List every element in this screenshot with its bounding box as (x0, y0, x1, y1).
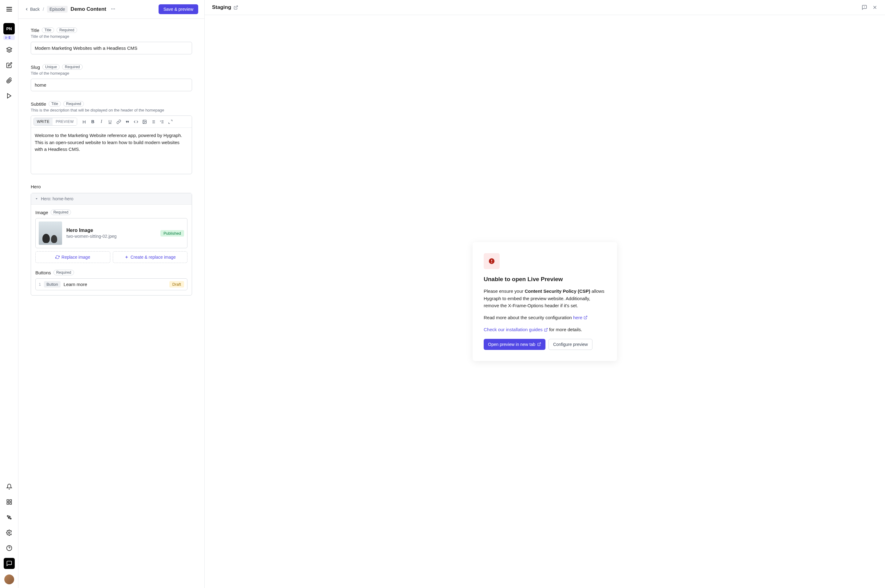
row-index: 1 (39, 282, 41, 286)
paperclip-icon (6, 77, 12, 84)
svg-marker-6 (8, 94, 11, 98)
row-type-chip: Button (44, 281, 60, 288)
field-description: This is the description that will be dis… (31, 108, 192, 112)
replace-image-button[interactable]: Replace image (35, 251, 110, 263)
svg-rect-9 (9, 502, 11, 504)
preview-env-title[interactable]: Staging (212, 4, 238, 10)
field-slug: Slug Unique Required Title of the homepa… (31, 64, 192, 91)
caret-down-icon (35, 197, 38, 201)
svg-point-3 (6, 37, 6, 38)
field-label: Title (31, 28, 39, 33)
open-preview-new-tab-button[interactable]: Open preview in new tab (484, 339, 546, 350)
create-replace-image-button[interactable]: Create & replace image (113, 251, 188, 263)
field-tag: Title (42, 27, 54, 33)
error-text-2: Read more about the security configurati… (484, 314, 606, 321)
md-heading[interactable]: H (80, 118, 88, 126)
menu-toggle[interactable] (4, 4, 15, 16)
user-avatar[interactable] (4, 574, 14, 584)
md-image[interactable] (140, 118, 148, 126)
md-tab-write[interactable]: WRITE (34, 118, 52, 125)
field-description: Title of the homepage (31, 71, 192, 76)
md-bold[interactable]: B (89, 118, 97, 126)
nav-feedback[interactable] (4, 558, 15, 569)
md-underline[interactable]: U (106, 118, 114, 126)
md-ul[interactable] (149, 118, 157, 126)
configure-preview-button[interactable]: Configure preview (549, 339, 592, 350)
alert-icon (488, 258, 495, 264)
project-badge[interactable]: PN (3, 23, 15, 34)
nav-notifications[interactable] (4, 481, 15, 492)
close-icon[interactable] (872, 4, 878, 10)
svg-marker-30 (36, 198, 38, 200)
nav-settings[interactable] (4, 527, 15, 538)
status-badge: Draft (170, 281, 184, 288)
nav-schema[interactable] (4, 60, 15, 70)
md-code[interactable] (132, 118, 140, 126)
list-ul-icon (151, 120, 156, 124)
link-icon (117, 120, 121, 124)
nav-help[interactable] (4, 543, 15, 554)
form-body: Title Title Required Title of the homepa… (18, 19, 204, 588)
editor-topbar: Back / Episode Demo Content Save & previ… (18, 0, 204, 19)
field-subtitle: Subtitle Title Required This is the desc… (31, 101, 192, 174)
hamburger-icon (6, 6, 13, 13)
svg-rect-8 (9, 500, 11, 502)
edit-square-icon (6, 62, 12, 68)
field-tag: Required (62, 64, 82, 70)
security-doc-link[interactable]: here (573, 314, 588, 321)
field-tag: Unique (42, 64, 60, 70)
heading-icon: H (82, 119, 86, 124)
md-italic[interactable]: I (98, 118, 105, 126)
button-reference-row[interactable]: 1 Button Learn more Draft (35, 278, 188, 290)
nav-webhooks[interactable] (4, 512, 15, 523)
model-chip[interactable]: Episode (47, 6, 68, 13)
field-tag: Title (48, 101, 61, 106)
nav-playground[interactable] (4, 90, 15, 101)
component-toggle[interactable]: Hero: home-hero (31, 193, 192, 205)
install-guides-link[interactable]: Check our installation guides (484, 326, 548, 333)
field-tag: Required (51, 210, 71, 215)
section-label: Hero (31, 184, 192, 189)
field-tag: Required (57, 27, 77, 33)
field-description: Title of the homepage (31, 34, 192, 39)
preview-pane: Staging Unable to open Live Preview Plea… (205, 0, 885, 588)
error-icon-wrap (484, 253, 500, 269)
subtitle-textarea[interactable]: Welcome to the Marketing Website referen… (31, 128, 192, 174)
external-link-icon (537, 342, 541, 346)
layers-icon (6, 47, 12, 53)
comment-icon[interactable] (862, 4, 867, 10)
external-link-icon (544, 328, 548, 332)
nav-assets[interactable] (4, 75, 15, 86)
external-link-icon (584, 315, 588, 320)
title-input[interactable] (31, 42, 192, 54)
dots-icon (111, 6, 116, 11)
nav-content[interactable] (4, 44, 15, 55)
md-quote[interactable] (123, 118, 131, 126)
bold-icon: B (91, 119, 94, 124)
save-preview-button[interactable]: Save & preview (159, 4, 198, 14)
breadcrumb-separator: / (43, 7, 44, 12)
field-hero: Hero Hero: home-hero Image Required (31, 184, 192, 296)
svg-line-42 (539, 343, 541, 345)
back-button[interactable]: Back (25, 7, 40, 12)
image-icon (142, 120, 147, 124)
code-icon (134, 120, 138, 124)
external-link-icon (234, 5, 238, 10)
md-fullscreen[interactable] (166, 118, 174, 126)
italic-icon: I (101, 119, 102, 124)
field-title: Title Title Required Title of the homepa… (31, 27, 192, 54)
nav-apps[interactable] (4, 496, 15, 507)
asset-row[interactable]: Hero Image two-women-sitting-02.jpeg Pub… (35, 218, 188, 248)
slug-input[interactable] (31, 79, 192, 91)
field-label: Subtitle (31, 101, 46, 106)
field-tag: Required (54, 270, 74, 275)
underline-icon: U (108, 119, 111, 124)
branch-icon (5, 36, 8, 39)
preview-error-card: Unable to open Live Preview Please ensur… (472, 242, 617, 361)
md-ol[interactable] (158, 118, 166, 126)
error-text-1: Please ensure your Content Security Poli… (484, 288, 606, 309)
play-icon (6, 93, 12, 99)
md-link[interactable] (115, 118, 123, 126)
more-menu[interactable] (110, 6, 117, 13)
md-tab-preview[interactable]: PREVIEW (52, 118, 77, 125)
